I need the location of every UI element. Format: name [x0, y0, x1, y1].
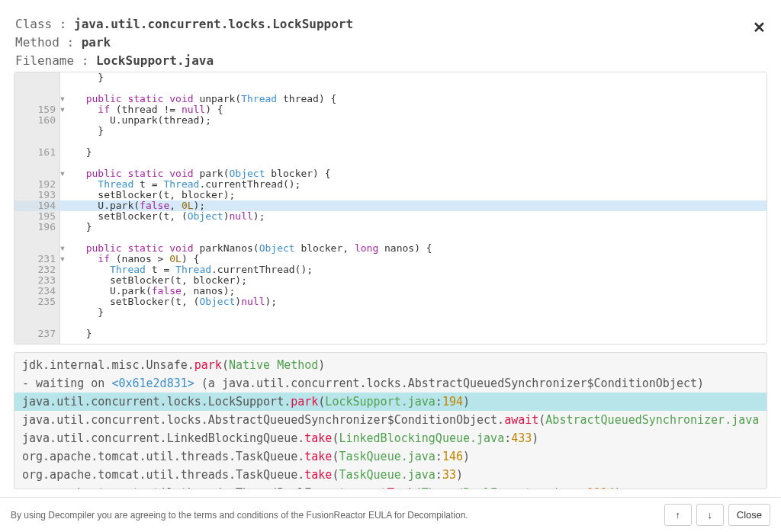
class-row: Class : java.util.concurrent.locks.LockS… [15, 15, 766, 34]
stack-frame[interactable]: org.apache.tomcat.util.threads.TaskQueue… [22, 447, 759, 466]
code-line: Thread t = Thread.currentThread(); [74, 179, 301, 190]
nav-up-button[interactable]: ↑ [664, 504, 692, 526]
stack-panel[interactable]: jdk.internal.misc.Unsafe.park(Native Met… [14, 352, 767, 489]
code-line: setBlocker(t, blocker); [74, 275, 247, 286]
stack-frame[interactable]: jdk.internal.misc.Unsafe.park(Native Met… [22, 356, 759, 374]
fold-icon[interactable]: ▼ [57, 243, 68, 254]
code-line: if (thread != null) { [74, 104, 223, 115]
stack-frame[interactable]: java.util.concurrent.locks.LockSupport.p… [14, 393, 767, 411]
code-line: setBlocker(t, (Object)null); [74, 296, 277, 307]
nav-down-button[interactable]: ↓ [696, 504, 724, 526]
code-line: U.park(false, 0L); [74, 200, 205, 211]
stack-frame[interactable]: org.apache.tomcat.util.threads.TaskQueue… [22, 466, 759, 484]
line-number: 159 [14, 104, 56, 115]
filename-value: LockSupport.java [96, 53, 214, 68]
line-number: 233 [14, 275, 56, 286]
code-line: U.unpark(thread); [74, 115, 211, 126]
fold-icon[interactable]: ▼ [57, 104, 68, 115]
close-button[interactable]: Close [728, 504, 770, 526]
line-number: 195 [14, 211, 56, 222]
code-panel[interactable]: }▼ public static void unpark(Thread thre… [14, 72, 767, 345]
line-number: 193 [14, 190, 56, 200]
class-value: java.util.concurrent.locks.LockSupport [74, 17, 353, 31]
method-value: park [82, 35, 111, 50]
line-number: 232 [14, 264, 56, 275]
line-number: 231 [14, 254, 56, 264]
code-line: public static void parkNanos(Object bloc… [74, 243, 432, 254]
code-line: public static void unpark(Thread thread)… [74, 94, 336, 104]
code-line: } [74, 307, 104, 318]
code-line: setBlocker(t, blocker); [74, 190, 235, 200]
line-number: 194 [14, 200, 56, 211]
code-line: } [74, 147, 92, 158]
code-line: public static void park(Object blocker) … [74, 168, 331, 179]
code-line: U.park(false, nanos); [74, 286, 235, 296]
code-line: } [74, 222, 92, 232]
code-line: setBlocker(t, (Object)null); [74, 211, 265, 222]
arrow-down-icon: ↓ [708, 509, 713, 521]
code-line: Thread t = Thread.currentThread(); [74, 264, 313, 275]
close-icon[interactable]: ✕ [753, 18, 766, 37]
method-row: Method : park [15, 34, 766, 52]
arrow-up-icon: ↑ [676, 509, 681, 521]
fold-icon[interactable]: ▼ [57, 94, 68, 104]
line-number: 237 [14, 328, 56, 339]
header: Class : java.util.concurrent.locks.LockS… [0, 0, 781, 70]
footer: By using Decompiler you are agreeing to … [0, 497, 781, 532]
line-number: 160 [14, 115, 56, 126]
line-number: 161 [14, 147, 56, 158]
fold-icon[interactable]: ▼ [57, 168, 68, 179]
stack-frame[interactable]: org.apache.tomcat.util.threads.ThreadPoo… [22, 484, 759, 489]
line-number: 235 [14, 296, 56, 307]
code-line: } [74, 126, 104, 136]
line-number: 192 [14, 179, 56, 190]
line-number: 196 [14, 222, 56, 232]
filename-label: Filename : [15, 53, 96, 68]
stack-frame[interactable]: - waiting on <0x61e2d831> (a java.util.c… [22, 374, 759, 393]
eula-text: By using Decompiler you are agreeing to … [11, 510, 468, 521]
code-line: } [74, 72, 104, 83]
code-line: if (nanos > 0L) { [74, 254, 199, 264]
stack-frame[interactable]: java.util.concurrent.locks.AbstractQueue… [22, 411, 759, 429]
line-number: 234 [14, 286, 56, 296]
fold-icon[interactable]: ▼ [57, 254, 68, 264]
stack-frame[interactable]: java.util.concurrent.LinkedBlockingQueue… [22, 429, 759, 447]
stack-lines: jdk.internal.misc.Unsafe.park(Native Met… [22, 356, 759, 489]
filename-row: Filename : LockSupport.java [15, 52, 766, 70]
class-label: Class : [15, 17, 74, 31]
method-label: Method : [15, 35, 82, 50]
code-line: } [74, 328, 92, 339]
